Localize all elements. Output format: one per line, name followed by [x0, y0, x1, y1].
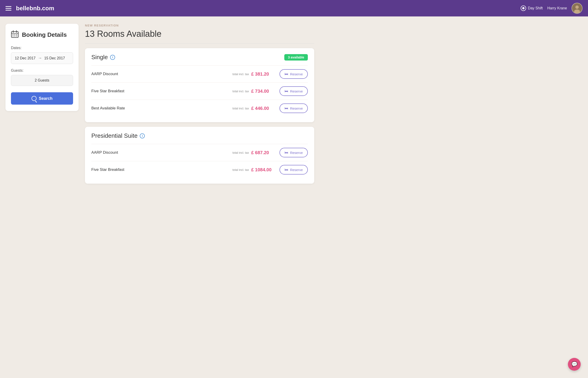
- reserve-button-1-0[interactable]: 🛏Reserve: [280, 148, 308, 157]
- rate-row-0-2: Best Available Ratetotal incl. tax£ 446.…: [91, 100, 308, 117]
- room-name-text-1: Presidential Suite: [91, 132, 137, 139]
- rate-row-0-1: Five Star Breakfasttotal incl. tax£ 734.…: [91, 82, 308, 100]
- rate-name-0-1: Five Star Breakfast: [91, 89, 232, 94]
- tax-label-0-1: total incl. tax: [232, 90, 249, 93]
- search-button-label: Search: [39, 96, 53, 101]
- tax-label-0-0: total incl. tax: [232, 72, 249, 76]
- booking-sidebar-header: Booking Details: [11, 30, 73, 40]
- day-shift-label: Day Shift: [528, 6, 543, 10]
- reserve-label-0-0: Reserve: [290, 72, 303, 76]
- reserve-button-1-1[interactable]: 🛏Reserve: [280, 165, 308, 175]
- bed-icon-1-1: 🛏: [284, 168, 288, 172]
- svg-rect-12: [16, 36, 17, 36]
- room-type-name-1: Presidential Suitei: [91, 132, 145, 139]
- search-button[interactable]: Search: [11, 92, 73, 105]
- bed-icon-0-0: 🛏: [284, 72, 288, 76]
- chat-icon: 💬: [571, 361, 577, 367]
- svg-rect-10: [13, 36, 13, 36]
- rate-row-1-0: AARP Discounttotal incl. tax£ 687.20🛏Res…: [91, 144, 308, 161]
- info-icon-1[interactable]: i: [140, 133, 145, 138]
- search-icon: [31, 96, 37, 101]
- dates-label: Dates:: [11, 46, 73, 50]
- avatar[interactable]: [572, 3, 583, 14]
- svg-rect-7: [13, 34, 13, 35]
- guests-label: Guests:: [11, 68, 73, 73]
- rate-price-1-1: £ 1084.00: [251, 167, 274, 173]
- reserve-label-1-0: Reserve: [290, 151, 303, 155]
- guests-field[interactable]: 2 Guests: [11, 75, 73, 86]
- reserve-button-0-0[interactable]: 🛏Reserve: [280, 69, 308, 79]
- date-range-field[interactable]: 12 Dec 2017 → 15 Dec 2017: [11, 52, 73, 64]
- info-icon-0[interactable]: i: [110, 55, 115, 60]
- hamburger-menu[interactable]: [5, 6, 12, 11]
- rate-row-1-1: Five Star Breakfasttotal incl. tax£ 1084…: [91, 161, 308, 178]
- rate-row-0-0: AARP Discounttotal incl. tax£ 381.20🛏Res…: [91, 65, 308, 82]
- rate-name-1-0: AARP Discount: [91, 150, 232, 155]
- tax-label-1-0: total incl. tax: [232, 151, 249, 154]
- header: bellebnb.com Day Shift Harry Krane: [0, 0, 588, 16]
- booking-title: Booking Details: [22, 31, 67, 38]
- reserve-button-0-1[interactable]: 🛏Reserve: [280, 86, 308, 96]
- rate-price-1-0: £ 687.20: [251, 150, 274, 155]
- svg-rect-11: [14, 36, 15, 36]
- reserve-label-1-1: Reserve: [290, 168, 303, 172]
- booking-sidebar: Booking Details Dates: 12 Dec 2017 → 15 …: [5, 24, 79, 111]
- sun-icon: [521, 5, 526, 11]
- user-name-label: Harry Krane: [547, 6, 567, 10]
- divider: [85, 43, 314, 44]
- date-to: 15 Dec 2017: [44, 56, 65, 60]
- room-type-name-0: Singlei: [91, 54, 115, 61]
- date-arrow-icon: →: [38, 56, 42, 61]
- rooms-title: 13 Rooms Available: [85, 29, 314, 39]
- header-right: Day Shift Harry Krane: [521, 3, 583, 14]
- svg-rect-8: [14, 34, 15, 35]
- rate-name-0-0: AARP Discount: [91, 72, 232, 76]
- calendar-icon: [11, 30, 19, 40]
- svg-point-2: [574, 10, 580, 14]
- bed-icon-1-0: 🛏: [284, 150, 288, 155]
- room-card-1: Presidential SuiteiAARP Discounttotal in…: [85, 127, 314, 184]
- room-card-header-0: Singlei3 available: [91, 54, 308, 61]
- rate-price-0-2: £ 446.00: [251, 106, 274, 111]
- chat-button[interactable]: 💬: [568, 358, 581, 371]
- svg-rect-9: [16, 34, 17, 35]
- tax-label-1-1: total incl. tax: [232, 168, 249, 172]
- reserve-button-0-2[interactable]: 🛏Reserve: [280, 104, 308, 113]
- available-badge-0: 3 available: [284, 54, 308, 61]
- rate-name-0-2: Best Available Rate: [91, 106, 232, 110]
- header-left: bellebnb.com: [5, 5, 54, 12]
- room-name-text-0: Single: [91, 54, 108, 61]
- bed-icon-0-2: 🛏: [284, 106, 288, 110]
- svg-point-1: [575, 5, 579, 9]
- main-content: Booking Details Dates: 12 Dec 2017 → 15 …: [0, 16, 320, 196]
- room-card-0: Singlei3 availableAARP Discounttotal inc…: [85, 48, 314, 122]
- rooms-panel: NEW RESERVATION 13 Rooms Available Singl…: [85, 24, 314, 188]
- rate-price-0-1: £ 734.00: [251, 89, 274, 94]
- room-cards-container: Singlei3 availableAARP Discounttotal inc…: [85, 48, 314, 184]
- rate-name-1-1: Five Star Breakfast: [91, 167, 232, 172]
- reserve-label-0-2: Reserve: [290, 107, 303, 110]
- day-shift-indicator[interactable]: Day Shift: [521, 5, 543, 11]
- bed-icon-0-1: 🛏: [284, 89, 288, 93]
- reservation-label: NEW RESERVATION: [85, 24, 314, 27]
- room-card-header-1: Presidential Suitei: [91, 132, 308, 139]
- brand-logo: bellebnb.com: [16, 5, 54, 12]
- reserve-label-0-1: Reserve: [290, 89, 303, 93]
- tax-label-0-2: total incl. tax: [232, 107, 249, 110]
- rate-price-0-0: £ 381.20: [251, 71, 274, 77]
- date-from: 12 Dec 2017: [15, 56, 36, 60]
